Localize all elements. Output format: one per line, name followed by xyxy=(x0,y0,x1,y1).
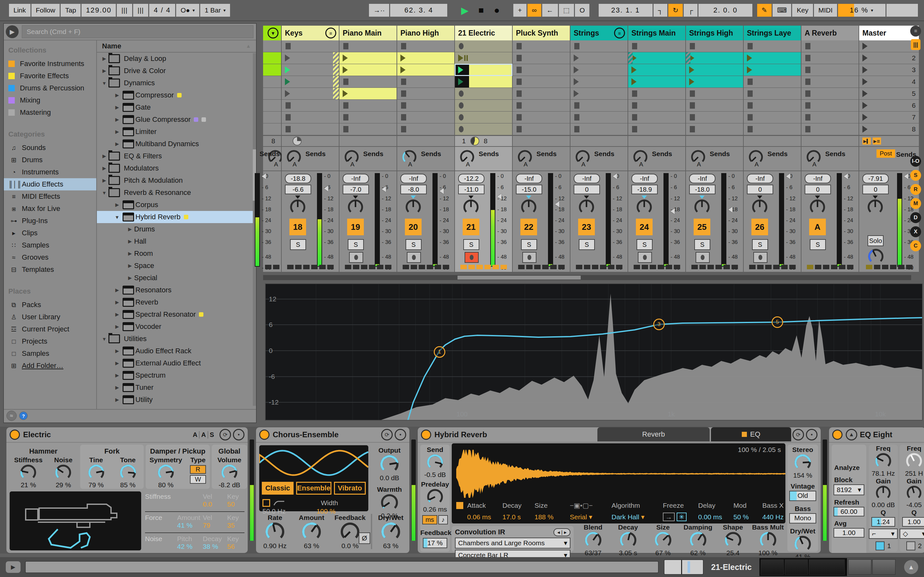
send-value[interactable]: -0.5 dB xyxy=(420,471,450,479)
clip-slot[interactable] xyxy=(397,52,454,64)
track-activator[interactable]: 19 xyxy=(347,219,364,235)
chevron-right-icon[interactable]: ▶ xyxy=(113,397,121,403)
mode-classic[interactable]: Classic xyxy=(262,482,294,495)
tempo-field[interactable]: 129.00 xyxy=(81,4,116,17)
clip-play-triangle[interactable] xyxy=(747,55,752,61)
solo-button[interactable]: S xyxy=(405,239,422,250)
volume-position-marker[interactable] xyxy=(613,173,617,179)
stop-clips-row[interactable]: 18 xyxy=(455,136,512,146)
sidebar-item-plug-ins[interactable]: ⊶Plug-Ins xyxy=(4,215,96,227)
link-button[interactable]: Link xyxy=(9,4,31,17)
scene-launch-triangle[interactable] xyxy=(863,102,867,109)
size-knob-value[interactable]: 67 % xyxy=(646,549,680,557)
blend-knob[interactable] xyxy=(584,531,602,549)
device-thumbnail[interactable] xyxy=(761,559,784,575)
list-item-room[interactable]: ▶Room xyxy=(97,247,256,259)
volume-position-marker[interactable] xyxy=(904,173,908,179)
zoom-overview-box[interactable] xyxy=(664,559,704,575)
q-slider[interactable]: 1.24 xyxy=(871,517,895,527)
chevron-right-icon[interactable]: ▶ xyxy=(126,226,134,232)
stop-clips-row[interactable] xyxy=(513,136,570,146)
volume-field[interactable]: -18.9 xyxy=(632,185,658,194)
mode-ensemble[interactable]: Ensemble xyxy=(296,482,331,495)
track-activator[interactable]: 23 xyxy=(578,219,595,235)
clip-play-triangle[interactable] xyxy=(458,66,463,73)
arm-button[interactable] xyxy=(465,252,479,263)
clip-play-triangle[interactable] xyxy=(689,78,694,85)
track-activator[interactable]: 25 xyxy=(694,219,710,235)
chevron-right-icon[interactable]: ▶ xyxy=(113,105,121,110)
sidebar-item-clips[interactable]: ▸Clips xyxy=(4,227,96,239)
clip-slot[interactable] xyxy=(263,52,281,64)
volume-position-marker[interactable] xyxy=(555,201,559,207)
loop-button[interactable]: ↻ xyxy=(668,4,683,17)
clip-slot[interactable] xyxy=(282,123,339,135)
track-header[interactable]: A Reverb xyxy=(801,26,859,40)
block-select[interactable]: 8192▾ xyxy=(834,484,864,495)
track-activator[interactable]: 20 xyxy=(405,219,422,235)
drywet-value[interactable]: 63 % xyxy=(372,542,409,550)
cue-volume-knob[interactable] xyxy=(867,248,884,265)
clip-slot[interactable] xyxy=(263,88,281,99)
clip-slot[interactable] xyxy=(455,111,512,123)
punch-in-button[interactable]: ┐ xyxy=(654,4,667,17)
device-title[interactable]: Hybrid Reverb xyxy=(435,430,487,439)
clip-slot[interactable] xyxy=(263,111,281,123)
sidebar-item-projects[interactable]: □Projects xyxy=(4,335,96,348)
record-button[interactable]: ● xyxy=(489,4,504,17)
track-header[interactable]: Strings Main xyxy=(628,26,685,40)
shape-value[interactable]: 25.4 xyxy=(716,549,750,557)
sync-toggle[interactable]: ♪ xyxy=(438,515,448,524)
sidebar-item-current-project[interactable]: ☲Current Project xyxy=(4,323,96,335)
output-value[interactable]: 0.0 dB xyxy=(372,474,407,482)
pan-knob[interactable] xyxy=(751,195,769,215)
list-item-spectral-resonator[interactable]: ▶Spectral Resonator xyxy=(97,308,256,321)
pan-knob-dial[interactable] xyxy=(347,199,364,215)
clip-slot[interactable] xyxy=(801,88,859,99)
clip-slot[interactable] xyxy=(263,64,281,76)
band-active-toggle[interactable] xyxy=(876,542,885,550)
chevron-right-icon[interactable]: ▶ xyxy=(113,117,121,122)
pan-knob[interactable] xyxy=(635,195,653,215)
bass-mono-toggle[interactable]: Mono xyxy=(789,513,816,524)
clip-slot[interactable] xyxy=(801,123,859,135)
sidebar-item-midi-effects[interactable]: ≡MIDI Effects xyxy=(4,190,96,203)
sidebar-item-drums[interactable]: ⊞Drums xyxy=(4,154,96,166)
save-preset-icon[interactable]: ▪ xyxy=(233,429,244,440)
chevron-right-icon[interactable]: ▶ xyxy=(113,300,121,305)
group-slot-triangle[interactable] xyxy=(285,90,290,97)
clip-slot[interactable] xyxy=(282,40,339,52)
follow-tempo-button[interactable]: Follow xyxy=(31,4,60,17)
clip-slot[interactable] xyxy=(744,76,801,87)
drywet-knob[interactable] xyxy=(381,522,401,542)
clip-slot[interactable] xyxy=(455,76,512,87)
volume-position-marker[interactable] xyxy=(786,173,790,179)
pan-knob[interactable] xyxy=(809,195,827,215)
group-slot-triangle[interactable] xyxy=(573,66,579,73)
peak-level-field[interactable]: -18.8 xyxy=(285,174,311,183)
clip-slot[interactable] xyxy=(339,123,397,135)
size-value[interactable]: 188 % xyxy=(535,513,570,521)
pan-knob-dial[interactable] xyxy=(405,199,422,215)
col-value[interactable]: 79 xyxy=(203,522,227,529)
clip-slot[interactable] xyxy=(397,88,454,99)
clip-slot[interactable] xyxy=(513,111,570,123)
clip-slot[interactable] xyxy=(339,52,397,64)
draw-mode-button[interactable]: ✎ xyxy=(757,4,772,17)
clip-slot[interactable] xyxy=(397,64,454,76)
arrangement-position[interactable]: 62. 3. 4 xyxy=(390,4,447,17)
list-item-hybrid-reverb[interactable]: ▼Hybrid Reverb xyxy=(97,211,256,223)
size-knob[interactable] xyxy=(654,531,672,549)
clip-slot[interactable] xyxy=(570,88,628,99)
arm-button[interactable] xyxy=(407,252,421,263)
clip-slot[interactable] xyxy=(397,40,454,52)
list-item-audio-effect-rack[interactable]: ▶Audio Effect Rack xyxy=(97,345,256,357)
device-thumbnail[interactable] xyxy=(848,559,871,575)
track-header[interactable]: Strings High xyxy=(686,26,743,40)
solo-button[interactable]: S xyxy=(636,239,653,250)
clip-slot[interactable] xyxy=(628,123,685,135)
clip-slot[interactable] xyxy=(744,100,801,111)
volume-position-marker[interactable] xyxy=(439,188,444,194)
device-title[interactable]: Electric xyxy=(23,430,51,439)
clip-slot[interactable] xyxy=(744,52,801,64)
